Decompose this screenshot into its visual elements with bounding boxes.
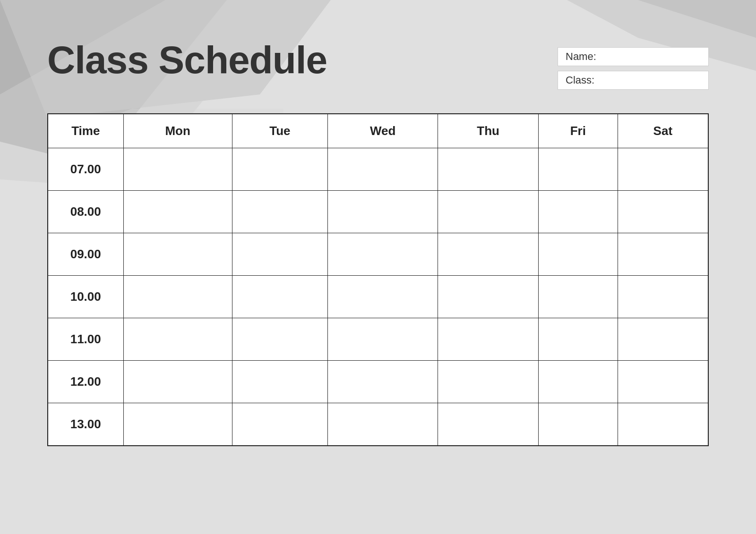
cell-fri-6[interactable] — [538, 403, 618, 446]
cell-mon-2[interactable] — [123, 233, 232, 276]
cell-tue-5[interactable] — [232, 361, 327, 403]
header-tue: Tue — [232, 114, 327, 148]
header-mon: Mon — [123, 114, 232, 148]
cell-thu-6[interactable] — [438, 403, 538, 446]
cell-thu-0[interactable] — [438, 148, 538, 191]
header-area: Class Schedule Name: Class: — [47, 38, 709, 90]
cell-tue-6[interactable] — [232, 403, 327, 446]
class-field[interactable]: Class: — [558, 71, 709, 90]
cell-wed-0[interactable] — [327, 148, 438, 191]
cell-fri-0[interactable] — [538, 148, 618, 191]
cell-thu-5[interactable] — [438, 361, 538, 403]
cell-fri-5[interactable] — [538, 361, 618, 403]
cell-wed-2[interactable] — [327, 233, 438, 276]
time-cell-4: 11.00 — [48, 318, 123, 361]
header-time: Time — [48, 114, 123, 148]
time-cell-0: 07.00 — [48, 148, 123, 191]
header-thu: Thu — [438, 114, 538, 148]
cell-sat-2[interactable] — [618, 233, 708, 276]
cell-sat-0[interactable] — [618, 148, 708, 191]
header-sat: Sat — [618, 114, 708, 148]
cell-wed-5[interactable] — [327, 361, 438, 403]
cell-wed-3[interactable] — [327, 276, 438, 318]
header-fri: Fri — [538, 114, 618, 148]
cell-fri-4[interactable] — [538, 318, 618, 361]
cell-fri-3[interactable] — [538, 276, 618, 318]
cell-sat-6[interactable] — [618, 403, 708, 446]
cell-thu-1[interactable] — [438, 191, 538, 233]
table-row: 09.00 — [48, 233, 708, 276]
cell-fri-1[interactable] — [538, 191, 618, 233]
cell-wed-6[interactable] — [327, 403, 438, 446]
name-label: Name: — [566, 51, 596, 63]
time-cell-5: 12.00 — [48, 361, 123, 403]
cell-mon-4[interactable] — [123, 318, 232, 361]
page-title: Class Schedule — [47, 38, 327, 82]
table-header-row: Time Mon Tue Wed Thu Fri Sat — [48, 114, 708, 148]
cell-thu-2[interactable] — [438, 233, 538, 276]
cell-sat-5[interactable] — [618, 361, 708, 403]
table-row: 10.00 — [48, 276, 708, 318]
schedule-table: Time Mon Tue Wed Thu Fri Sat 07.0008.000… — [47, 113, 709, 446]
table-row: 11.00 — [48, 318, 708, 361]
cell-sat-1[interactable] — [618, 191, 708, 233]
cell-fri-2[interactable] — [538, 233, 618, 276]
cell-mon-6[interactable] — [123, 403, 232, 446]
cell-tue-1[interactable] — [232, 191, 327, 233]
info-fields: Name: Class: — [558, 47, 709, 90]
cell-tue-2[interactable] — [232, 233, 327, 276]
time-cell-3: 10.00 — [48, 276, 123, 318]
cell-mon-1[interactable] — [123, 191, 232, 233]
cell-tue-3[interactable] — [232, 276, 327, 318]
cell-mon-0[interactable] — [123, 148, 232, 191]
cell-sat-3[interactable] — [618, 276, 708, 318]
table-row: 08.00 — [48, 191, 708, 233]
cell-thu-4[interactable] — [438, 318, 538, 361]
cell-sat-4[interactable] — [618, 318, 708, 361]
table-row: 13.00 — [48, 403, 708, 446]
class-label: Class: — [566, 74, 594, 86]
cell-wed-1[interactable] — [327, 191, 438, 233]
time-cell-6: 13.00 — [48, 403, 123, 446]
cell-mon-5[interactable] — [123, 361, 232, 403]
table-row: 07.00 — [48, 148, 708, 191]
time-cell-1: 08.00 — [48, 191, 123, 233]
cell-tue-4[interactable] — [232, 318, 327, 361]
name-field[interactable]: Name: — [558, 47, 709, 66]
cell-thu-3[interactable] — [438, 276, 538, 318]
cell-mon-3[interactable] — [123, 276, 232, 318]
cell-wed-4[interactable] — [327, 318, 438, 361]
table-row: 12.00 — [48, 361, 708, 403]
header-wed: Wed — [327, 114, 438, 148]
cell-tue-0[interactable] — [232, 148, 327, 191]
time-cell-2: 09.00 — [48, 233, 123, 276]
